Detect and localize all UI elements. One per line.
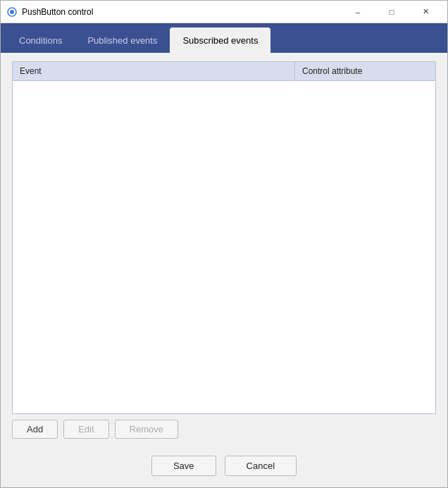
cancel-button[interactable]: Cancel [225, 456, 297, 476]
action-buttons: Add Edit Remove [12, 420, 436, 439]
footer: Save Cancel [1, 447, 447, 487]
table-body [13, 81, 435, 413]
edit-button[interactable]: Edit [63, 420, 108, 439]
column-control-attribute: Control attribute [294, 62, 435, 80]
column-event: Event [13, 62, 294, 80]
tab-published-events[interactable]: Published events [75, 27, 170, 53]
svg-point-1 [10, 10, 14, 14]
nav-bar: Conditions Published events Subscribed e… [1, 23, 447, 53]
tab-subscribed-events[interactable]: Subscribed events [170, 27, 270, 53]
content-area: Event Control attribute Add Edit Remove [1, 53, 447, 447]
add-button[interactable]: Add [12, 420, 58, 439]
window-title: PushButton control [22, 7, 342, 17]
minimize-button[interactable]: – [342, 1, 374, 23]
events-table: Event Control attribute [12, 61, 436, 414]
remove-button[interactable]: Remove [115, 420, 178, 439]
window-controls: – □ ✕ [342, 1, 442, 23]
maximize-button[interactable]: □ [375, 1, 408, 23]
table-header: Event Control attribute [13, 62, 435, 81]
main-window: PushButton control – □ ✕ Conditions Publ… [0, 0, 448, 488]
app-icon [6, 6, 18, 18]
save-button[interactable]: Save [151, 456, 216, 476]
close-button[interactable]: ✕ [409, 1, 442, 23]
tab-conditions[interactable]: Conditions [6, 27, 75, 53]
title-bar: PushButton control – □ ✕ [1, 1, 447, 23]
